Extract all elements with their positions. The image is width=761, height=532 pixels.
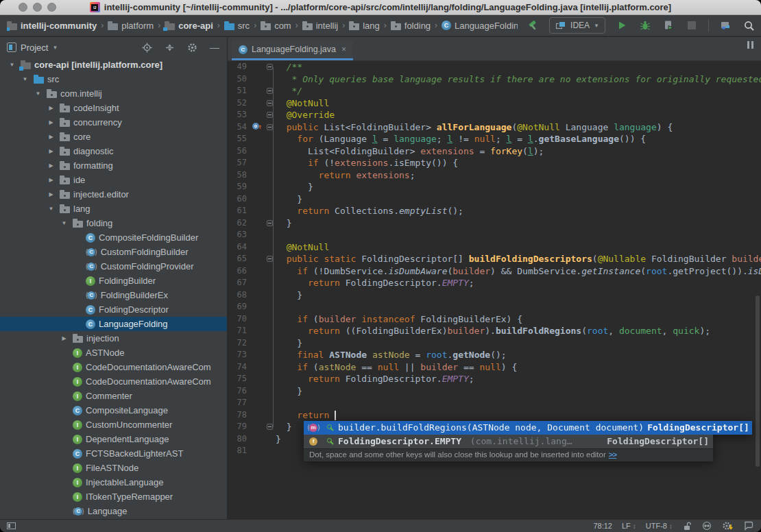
code-line-63[interactable]: 63 <box>228 229 761 241</box>
minimize-button[interactable] <box>33 3 42 12</box>
tree-item-codedocumentationawarecom[interactable]: CodeDocumentationAwareCom <box>0 374 227 389</box>
code-line-67[interactable]: 67 return FoldingDescriptor.EMPTY; <box>228 277 761 289</box>
tree-item-astnode[interactable]: ASTNode <box>0 346 227 360</box>
code-area[interactable]: 49 /**50 * Only queries base language re… <box>228 61 761 457</box>
run-configuration-select[interactable]: IDEA ▼ <box>549 17 605 34</box>
completion-item[interactable]: builder.buildFoldRegions(ASTNode node, D… <box>304 421 752 435</box>
tree-item-compositefoldingbuilder[interactable]: CompositeFoldingBuilder <box>0 230 227 245</box>
code-line-71[interactable]: 71 return ((FoldingBuilderEx)builder).bu… <box>228 325 761 337</box>
completion-hint-link[interactable]: >> <box>609 450 616 459</box>
notifications-icon[interactable] <box>743 520 754 531</box>
tree-item-injectablelanguage[interactable]: InjectableLanguage <box>0 475 227 489</box>
breadcrumb-item-platform[interactable]: platform <box>108 21 154 31</box>
tree-expanded-arrow-icon[interactable]: ▼ <box>7 62 17 68</box>
tree-collapsed-arrow-icon[interactable]: ▶ <box>46 177 56 183</box>
tree-item-customuncommenter[interactable]: CustomUncommenter <box>0 418 227 432</box>
tree-collapsed-arrow-icon[interactable]: ▶ <box>46 162 56 169</box>
fold-marker-icon[interactable] <box>267 124 273 130</box>
tree-item-itokentyperemapper[interactable]: ITokenTypeRemapper <box>0 489 227 504</box>
tree-item-core-api[interactable]: ▼core-api [intellij.platform.core] <box>0 58 227 72</box>
code-line-60[interactable]: 60 } <box>228 193 761 206</box>
tree-collapsed-arrow-icon[interactable]: ▶ <box>46 191 56 197</box>
breadcrumb-item-core-api[interactable]: core-api <box>165 21 213 31</box>
code-line-72[interactable]: 72 } <box>228 337 761 350</box>
code-line-74[interactable]: 74 if (astNode == null || builder == nul… <box>228 361 761 374</box>
chevron-down-icon[interactable]: ▼ <box>52 45 58 51</box>
code-line-56[interactable]: 56 List<FoldingBuilder> extensions = for… <box>228 145 761 158</box>
build-hammer-button[interactable] <box>526 19 540 32</box>
lock-icon[interactable] <box>682 521 692 531</box>
fold-marker-icon[interactable] <box>267 112 273 118</box>
code-line-53[interactable]: 53 @Override <box>228 109 761 121</box>
hector-inspector-icon[interactable] <box>701 520 712 531</box>
editor-scrollbar-thumb[interactable] <box>756 295 760 467</box>
code-line-55[interactable]: 55 for (Language l = language; l != null… <box>228 133 761 145</box>
breadcrumb-item-intellij[interactable]: intellij <box>302 21 339 31</box>
code-line-64[interactable]: 64 @NotNull <box>228 241 761 254</box>
project-panel-title[interactable]: Project <box>21 43 48 53</box>
tree-collapsed-arrow-icon[interactable]: ▶ <box>46 105 56 111</box>
tree-item-dependentlanguage[interactable]: DependentLanguage <box>0 432 227 446</box>
run-with-coverage-button[interactable] <box>662 19 675 32</box>
fold-marker-icon[interactable] <box>267 424 273 430</box>
tree-item-fileastnode[interactable]: FileASTNode <box>0 461 227 475</box>
tree-item-customfoldingbuilder[interactable]: CustomFoldingBuilder <box>0 245 227 259</box>
code-line-54[interactable]: 54 public List<FoldingBuilder> allForLan… <box>228 121 761 134</box>
breadcrumb-item-languagefolding[interactable]: LanguageFolding <box>442 21 518 31</box>
code-line-76[interactable]: 76 } <box>228 385 761 398</box>
tree-item-foldingdescriptor[interactable]: FoldingDescriptor <box>0 302 227 317</box>
project-structure-button[interactable] <box>718 19 732 32</box>
tree-item-foldingbuilderex[interactable]: FoldingBuilderEx <box>0 288 227 302</box>
code-line-78[interactable]: 78 return <box>228 409 761 422</box>
caret-position[interactable]: 78:12 <box>593 522 612 530</box>
tree-item-fctsbackedlighterast[interactable]: FCTSBackedLighterAST <box>0 446 227 461</box>
tree-item-lang[interactable]: ▼lang <box>0 202 227 216</box>
fold-marker-icon[interactable] <box>267 64 273 70</box>
tree-expanded-arrow-icon[interactable]: ▼ <box>59 220 69 226</box>
code-line-58[interactable]: 58 return extensions; <box>228 169 761 182</box>
tree-item-languagefolding[interactable]: LanguageFolding <box>0 317 227 331</box>
tree-collapsed-arrow-icon[interactable]: ▶ <box>59 335 69 341</box>
tree-item-ide[interactable]: ▶ide <box>0 173 227 187</box>
code-line-61[interactable]: 61 return Collections.emptyList(); <box>228 205 761 217</box>
hide-panel-button[interactable]: — <box>209 42 220 53</box>
tree-item-core[interactable]: ▶core <box>0 130 227 144</box>
code-line-75[interactable]: 75 return FoldingDescriptor.EMPTY; <box>228 373 761 385</box>
tree-item-injection[interactable]: ▶injection <box>0 331 227 346</box>
inspection-indicator-icon[interactable] <box>747 41 754 49</box>
fold-marker-icon[interactable] <box>267 88 273 94</box>
close-button[interactable] <box>19 3 27 12</box>
code-line-51[interactable]: 51 */ <box>228 85 761 97</box>
tree-expanded-arrow-icon[interactable]: ▼ <box>20 76 30 82</box>
code-line-50[interactable]: 50 * Only queries base language results … <box>228 73 761 86</box>
tree-item-codeinsight[interactable]: ▶codeInsight <box>0 101 227 115</box>
tree-item-commenter[interactable]: Commenter <box>0 389 227 403</box>
breadcrumb-item-com[interactable]: com <box>261 21 291 31</box>
code-line-62[interactable]: 62 } <box>228 217 761 230</box>
code-line-73[interactable]: 73 final ASTNode astNode = root.getNode(… <box>228 349 761 361</box>
fold-marker-icon[interactable] <box>267 220 273 226</box>
code-line-57[interactable]: 57 if (!extensions.isEmpty()) { <box>228 157 761 169</box>
breadcrumb-item-lang[interactable]: lang <box>349 21 380 31</box>
tab-languagefolding[interactable]: LanguageFolding.java <box>232 40 353 60</box>
tree-collapsed-arrow-icon[interactable]: ▶ <box>46 119 56 125</box>
tree-item-language[interactable]: Language <box>0 504 227 518</box>
tree-item-injected.editor[interactable]: ▶injected.editor <box>0 187 227 202</box>
tree-item-folding[interactable]: ▼folding <box>0 216 227 230</box>
code-line-69[interactable]: 69 <box>228 301 761 313</box>
tree-item-src[interactable]: ▼src <box>0 72 227 86</box>
collapse-all-button[interactable] <box>164 42 175 53</box>
tree-item-codedocumentationawarecom[interactable]: CodeDocumentationAwareCom <box>0 360 227 374</box>
close-icon[interactable] <box>341 45 346 54</box>
tree-collapsed-arrow-icon[interactable]: ▶ <box>46 148 56 154</box>
breadcrumb-item-intellij-community[interactable]: intellij-community <box>7 21 97 31</box>
code-line-52[interactable]: 52 @NotNull <box>228 97 761 110</box>
debug-button[interactable] <box>638 19 652 32</box>
zoom-button[interactable] <box>47 3 56 12</box>
locate-file-button[interactable] <box>141 42 152 53</box>
search-everywhere-button[interactable] <box>742 19 756 32</box>
toolwindow-toggle-icon[interactable] <box>7 522 16 529</box>
tree-expanded-arrow-icon[interactable]: ▼ <box>46 206 56 212</box>
breadcrumb-item-src[interactable]: src <box>224 21 250 31</box>
code-line-66[interactable]: 66 if (!DumbService.isDumbAware(builder)… <box>228 265 761 278</box>
